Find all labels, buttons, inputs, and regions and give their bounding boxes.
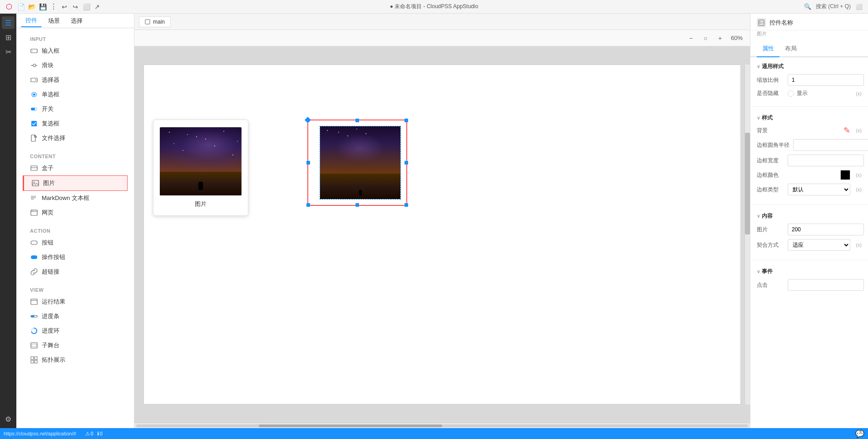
canvas-tab-main[interactable]: main [139, 16, 171, 27]
input-border-radius[interactable] [793, 139, 868, 151]
zoom-out-icon[interactable]: − [686, 33, 696, 44]
handle-tr[interactable] [404, 119, 408, 122]
selector-icon [30, 76, 38, 84]
status-badges: ⚠ 0 ℹ 0 [85, 431, 103, 437]
sidebar-item-webpage[interactable]: 网页 [23, 205, 128, 220]
radio-hidden[interactable] [788, 90, 794, 97]
handle-br[interactable] [404, 203, 408, 207]
menu-controls[interactable]: 控件 [21, 15, 42, 27]
sidebar-item-button[interactable]: 按钮 [23, 235, 128, 250]
svg-rect-13 [31, 166, 37, 170]
screen-icon[interactable]: ⬜ [854, 2, 863, 11]
scrollbar-vertical-thumb[interactable] [745, 133, 750, 234]
undo-icon[interactable]: ↩ [60, 2, 69, 11]
sidebar-item-label-hyperlink: 超链接 [42, 268, 59, 276]
sidebar-item-expand[interactable]: 拓扑展示 [23, 353, 128, 367]
svg-rect-34 [31, 357, 34, 359]
iconbar-widgets[interactable]: ☰ [2, 16, 15, 29]
preview-icon[interactable]: ⬜ [82, 2, 91, 11]
sidebar-item-switch[interactable]: 开关 [23, 102, 128, 116]
export-icon[interactable]: ↗ [93, 2, 102, 11]
select-fit-mode[interactable]: 适应 填充 拉伸 原始 [788, 239, 850, 251]
iconbar-settings[interactable]: ⚙ [2, 413, 15, 425]
svg-rect-15 [32, 180, 39, 186]
input-border-width[interactable] [788, 155, 864, 166]
sidebar-item-input-box[interactable]: 输入框 [23, 44, 128, 58]
label-border-radius: 边框圆角半径 [757, 141, 789, 149]
new-icon[interactable]: 📄 [16, 2, 25, 11]
section-general-title: 通用样式 [757, 63, 862, 70]
sidebar-item-run-result[interactable]: 运行结果 [23, 294, 128, 309]
sidebar-item-markdown[interactable]: MarkDown 文本框 [23, 191, 128, 205]
props-tab-layout[interactable]: 布局 [779, 41, 802, 57]
markdown-icon [30, 194, 38, 202]
handle-bc[interactable] [355, 203, 359, 207]
iconbar-layers[interactable]: ⊞ [2, 31, 15, 44]
suffix-fit-mode[interactable]: (x) [856, 242, 862, 248]
label-click: 点击 [757, 281, 784, 289]
suffix-visible[interactable]: (x) [856, 91, 862, 96]
more-icon[interactable]: ⋮ [49, 2, 58, 11]
handle-ml[interactable] [306, 161, 310, 165]
suffix-bg[interactable]: (x) [856, 128, 862, 133]
svg-rect-24 [31, 241, 37, 244]
title-bar-right: 🔍 搜索 (Ctrl + Q) ⬜ [803, 2, 863, 11]
input-image-val[interactable] [788, 224, 864, 235]
sidebar-item-selector[interactable]: 选择器 [23, 73, 128, 87]
sidebar-item-radio[interactable]: 单选框 [23, 87, 128, 102]
selected-widget[interactable] [307, 120, 407, 206]
sidebar-item-box[interactable]: 盒子 [23, 161, 128, 175]
handle-tl-diamond[interactable] [305, 117, 311, 123]
sidebar-item-progress-ring[interactable]: 进度环 [23, 324, 128, 338]
scrollbar-bottom [134, 423, 750, 428]
main-layout: ☰ ⊞ ✂ ⚙ 控件 场景 选择 INPUT 输入框 滑块 [0, 14, 868, 428]
menu-select[interactable]: 选择 [66, 15, 87, 27]
warning-count: 0 [91, 431, 94, 436]
input-click[interactable] [788, 279, 864, 291]
search-label[interactable]: 搜索 (Ctrl + Q) [816, 3, 851, 10]
sidebar-item-action-button[interactable]: 操作按钮 [23, 250, 128, 264]
zoom-in-icon[interactable]: + [715, 33, 725, 44]
handle-tc[interactable] [355, 119, 359, 122]
title-bar-left: ⬡ 📄 📂 💾 ⋮ ↩ ↪ ⬜ ↗ [5, 2, 102, 11]
app-icon: ⬡ [5, 2, 14, 11]
sidebar-item-hyperlink[interactable]: 超链接 [23, 264, 128, 279]
bg-color-pick[interactable]: ✎ [843, 125, 850, 135]
open-icon[interactable]: 📂 [27, 2, 36, 11]
handle-mr[interactable] [404, 161, 408, 165]
save-icon[interactable]: 💾 [38, 2, 47, 11]
canvas-bg[interactable]: 图片 [143, 65, 741, 404]
search-icon[interactable]: 🔍 [803, 2, 812, 11]
iconbar-tools[interactable]: ✂ [2, 45, 15, 58]
redo-icon[interactable]: ↪ [71, 2, 80, 11]
milky-way-overlay [160, 127, 242, 172]
suffix-border-type[interactable]: (x) [856, 187, 862, 192]
scrollbar-thumb[interactable] [259, 424, 442, 427]
handle-bl[interactable] [306, 203, 310, 207]
drag-card-label: 图片 [195, 200, 207, 208]
zoom-fit-icon[interactable]: ○ [700, 33, 711, 44]
sidebar-item-label-run-result: 运行结果 [42, 298, 65, 306]
sidebar-item-sub-stage[interactable]: 子舞台 [23, 338, 128, 353]
svg-point-23 [33, 210, 34, 211]
svg-rect-37 [35, 360, 37, 363]
sidebar-item-file[interactable]: 文件选择 [23, 131, 128, 145]
sidebar-item-image[interactable]: 图片 [23, 175, 128, 191]
sidebar-item-slider[interactable]: 滑块 [23, 58, 128, 73]
select-border-type[interactable]: 默认 实线 虚线 [788, 184, 850, 195]
props-tab-properties[interactable]: 属性 [757, 41, 779, 57]
svg-point-3 [33, 64, 36, 67]
expand-icon [30, 356, 38, 364]
menu-scene[interactable]: 场景 [44, 15, 64, 27]
sidebar-item-checkbox[interactable]: 复选框 [23, 116, 128, 131]
scrollbar-track[interactable] [136, 424, 748, 427]
sidebar-item-label-image: 图片 [43, 179, 55, 187]
sidebar-item-progress-bar[interactable]: 进度条 [23, 309, 128, 324]
suffix-border-color[interactable]: (x) [856, 172, 862, 178]
input-scale[interactable] [788, 74, 864, 86]
webpage-icon [30, 209, 38, 217]
canvas-viewport[interactable]: 图片 [134, 46, 750, 423]
border-color-swatch[interactable] [840, 170, 850, 180]
scrollbar-vertical[interactable] [745, 65, 750, 404]
label-border-color: 边框颜色 [757, 171, 784, 179]
